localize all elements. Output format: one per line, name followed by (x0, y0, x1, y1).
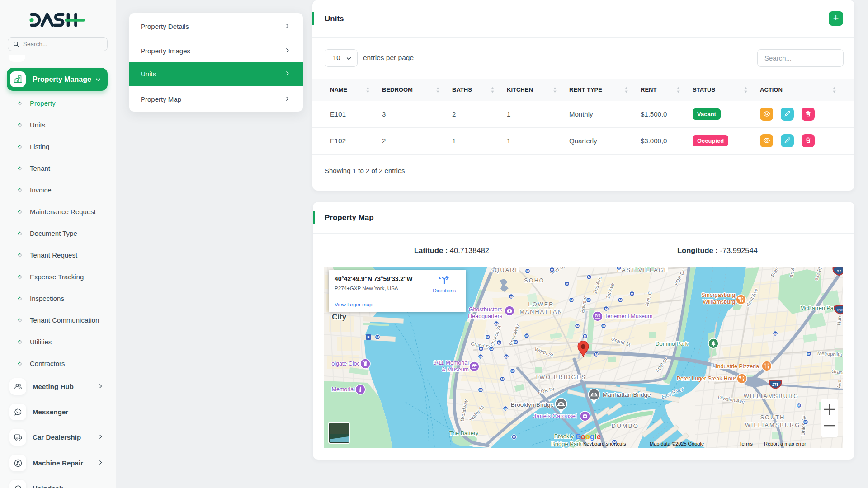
svg-text:Keyboard shortcuts: Keyboard shortcuts (583, 441, 626, 446)
svg-text:EAST VILLAGE: EAST VILLAGE (617, 267, 669, 273)
svg-text:WILLIAMSBURG: WILLIAMSBURG (745, 422, 800, 428)
svg-text:MANHATTAN: MANHATTAN (519, 309, 563, 315)
svg-text:DUMBO: DUMBO (612, 422, 639, 429)
svg-text:g: g (590, 433, 594, 441)
svg-text:Report a map error: Report a map error (764, 441, 806, 446)
svg-text:9/11 Memorial: 9/11 Memorial (434, 360, 469, 366)
svg-text:View larger map: View larger map (335, 301, 373, 307)
svg-text:SOHO: SOHO (524, 277, 545, 284)
svg-text:Tenement Museum: Tenement Museum (604, 313, 652, 319)
svg-text:o: o (581, 433, 585, 441)
svg-text:Smorgasburg: Smorgasburg (701, 292, 735, 298)
svg-text:McCarren Park: McCarren Park (800, 305, 839, 311)
svg-text:olgate Clock: olgate Clock (331, 361, 363, 367)
svg-text:LOWER: LOWER (528, 301, 554, 308)
svg-text:Directions: Directions (433, 287, 456, 293)
svg-text:e: e (597, 433, 601, 441)
svg-text:TWO BRIDGES: TWO BRIDGES (535, 374, 586, 380)
svg-text:City: City (332, 313, 347, 321)
svg-text:P: P (367, 335, 370, 339)
svg-text:L'Industrie Pizzeria: L'Industrie Pizzeria (712, 363, 759, 370)
svg-text:& Museum: & Museum (442, 366, 469, 373)
svg-text:Peter Luger Steak House: Peter Luger Steak House (677, 375, 740, 382)
svg-text:P274+GXP New York, USA: P274+GXP New York, USA (335, 285, 398, 291)
svg-text:Map data ©2025 Google: Map data ©2025 Google (650, 441, 704, 446)
svg-text:278: 278 (772, 382, 778, 387)
svg-text:SOUTH: SOUTH (760, 414, 785, 421)
svg-text:G: G (576, 433, 581, 441)
svg-text:Terms: Terms (739, 441, 753, 446)
svg-text:Manhattan Bridge: Manhattan Bridge (603, 391, 651, 398)
svg-text:Brooklyn Bridge: Brooklyn Bridge (511, 401, 554, 408)
svg-text:Jane's Carousel: Jane's Carousel (533, 413, 577, 419)
svg-text:o: o (585, 433, 590, 441)
svg-text:Union Av: Union Av (800, 415, 807, 436)
svg-text:Williamsburg: Williamsburg (703, 299, 735, 305)
svg-text:Ghostbusters: Ghostbusters (469, 306, 502, 313)
svg-text:Ave: Ave (836, 380, 842, 388)
svg-text:WILLIAMSBURG: WILLIAMSBURG (744, 393, 799, 399)
svg-text:SQUARE: SQUARE (490, 267, 520, 273)
svg-text:l: l (594, 433, 596, 441)
svg-text:Brookly: Brookly (554, 433, 574, 440)
svg-text:The Battery: The Battery (449, 430, 479, 436)
svg-text:40°42'49.9"N 73°59'33.2"W: 40°42'49.9"N 73°59'33.2"W (335, 276, 413, 282)
svg-text:Memorial: Memorial (332, 386, 355, 393)
svg-text:Domino Park: Domino Park (656, 341, 689, 347)
svg-text:Headquarters: Headquarters (468, 313, 502, 319)
svg-text:278: 278 (837, 308, 843, 312)
svg-text:Bridge Park: Bridge Park (551, 441, 582, 447)
svg-text:Hun: Hun (836, 316, 842, 325)
svg-text:27: 27 (837, 269, 841, 273)
